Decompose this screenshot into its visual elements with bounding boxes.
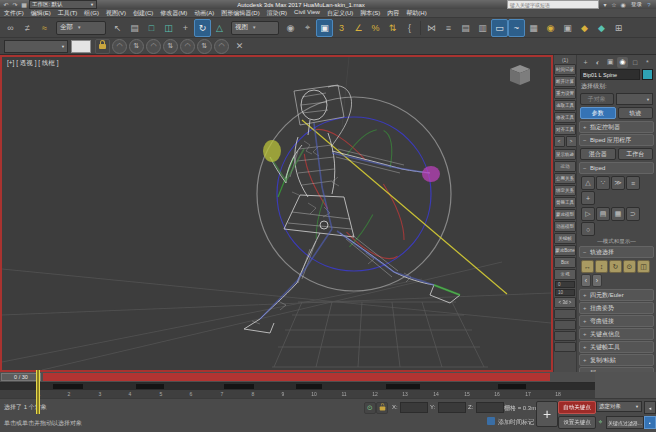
- lock-com-keying-icon[interactable]: ⊙: [623, 260, 636, 273]
- round-tool-5-icon[interactable]: ◠: [180, 39, 195, 54]
- snap-toggle-3d-icon[interactable]: 3: [333, 19, 350, 37]
- menu-item[interactable]: 自定义(U): [327, 9, 353, 18]
- x-coordinate-field[interactable]: [400, 402, 428, 413]
- figure-mode-icon[interactable]: △: [581, 176, 595, 190]
- select-opposite-icon[interactable]: ‹: [581, 274, 591, 287]
- time-slider-track[interactable]: [43, 373, 550, 381]
- sub-object-dropdown[interactable]: ▼: [616, 93, 654, 105]
- layer-manager-icon[interactable]: ▤: [457, 19, 474, 37]
- sign-in-link[interactable]: 登录: [631, 1, 642, 8]
- animation-key[interactable]: [296, 384, 322, 389]
- select-link-icon[interactable]: ∞: [2, 19, 19, 37]
- left-hand-highlight[interactable]: [263, 140, 281, 162]
- mixer-mode-icon[interactable]: ≡: [626, 176, 640, 190]
- named-sets-icon[interactable]: {: [401, 19, 418, 37]
- tab-create-icon[interactable]: +: [580, 57, 591, 68]
- undo-icon[interactable]: ↶: [2, 1, 10, 8]
- side-tool-button[interactable]: 显示轨迹: [554, 149, 576, 160]
- render-iterative-icon[interactable]: ⊞: [610, 19, 627, 37]
- side-tool-button[interactable]: 运动: [554, 161, 576, 172]
- save-file-icon[interactable]: ▦: [611, 207, 625, 221]
- bind-spacewarp-icon[interactable]: ≈: [36, 19, 53, 37]
- side-blank-button[interactable]: [554, 342, 576, 352]
- side-tool-button[interactable]: Box: [554, 257, 576, 268]
- biped-playback-icon[interactable]: ▷: [581, 207, 595, 221]
- rollout-collapsed[interactable]: + 扭曲姿势: [579, 302, 654, 314]
- menu-item[interactable]: 工具(T): [58, 9, 78, 18]
- side-blank-button[interactable]: [554, 320, 576, 330]
- side-tool-button[interactable]: 选取工具: [554, 100, 576, 111]
- menu-item[interactable]: 修改器(M): [160, 9, 187, 18]
- side-arrow-button[interactable]: <: [554, 136, 565, 147]
- body-horizontal-icon[interactable]: ↔: [581, 260, 594, 273]
- in-place-mode-icon[interactable]: ○: [581, 222, 595, 236]
- isolate-selection-toggle[interactable]: ⊙: [364, 402, 376, 414]
- rollout-collapsed[interactable]: + 关键帧工具: [579, 341, 654, 353]
- key-mode-dropdown[interactable]: 选定对象 ▼: [596, 401, 642, 412]
- side-tool-button[interactable]: 常规: [554, 269, 576, 280]
- menu-item[interactable]: 动画(A): [194, 9, 214, 18]
- rect-selection-region-icon[interactable]: □: [143, 19, 160, 37]
- help-icon[interactable]: ?: [645, 1, 653, 8]
- align-icon[interactable]: ≡: [440, 19, 457, 37]
- menu-item[interactable]: Civil View: [294, 9, 320, 18]
- side-tool-button[interactable]: 修改工具: [554, 112, 576, 123]
- animation-key[interactable]: [136, 384, 164, 389]
- previous-frame-button[interactable]: ◂: [644, 401, 656, 414]
- round-tool-7-icon[interactable]: ◠: [214, 39, 229, 54]
- menu-item[interactable]: 脚本(S): [360, 9, 380, 18]
- workbench-button[interactable]: 工作台: [618, 148, 654, 160]
- z-coordinate-field[interactable]: [476, 402, 504, 413]
- set-keys-button[interactable]: +: [536, 401, 558, 427]
- body-rotation-icon[interactable]: ↻: [609, 260, 622, 273]
- modes-display-separator[interactable]: —模式和显示—: [577, 238, 656, 245]
- select-rotate-icon[interactable]: ↻: [194, 19, 211, 37]
- animation-key[interactable]: [224, 384, 254, 389]
- render-setup-icon[interactable]: ▣: [559, 19, 576, 37]
- curve-editor-icon[interactable]: ~: [508, 19, 525, 37]
- side-mode-button[interactable]: < 3d >: [554, 297, 576, 308]
- schematic-view-icon[interactable]: ▦: [525, 19, 542, 37]
- viewport-label[interactable]: [+] [ 透视 ] [ 线框 ]: [7, 59, 58, 68]
- rollout-collapsed[interactable]: + 关键点信息: [579, 328, 654, 340]
- viewcube[interactable]: [510, 65, 530, 85]
- trajectories-button[interactable]: 轨迹: [618, 107, 654, 119]
- round-tool-6-icon[interactable]: ⇅: [197, 39, 212, 54]
- track-bar[interactable]: 123456789101112131415161718: [0, 382, 595, 399]
- right-hand-highlight[interactable]: [422, 166, 440, 182]
- animation-key[interactable]: [53, 384, 83, 389]
- unlink-selection-icon[interactable]: ≠: [19, 19, 36, 37]
- parameters-button[interactable]: 参数: [580, 107, 616, 119]
- select-opposite2-icon[interactable]: ›: [592, 274, 602, 287]
- symmetrical-icon[interactable]: ◫: [637, 260, 650, 273]
- round-tool-4-icon[interactable]: ⇅: [163, 39, 178, 54]
- mixer-button[interactable]: 混合器: [580, 148, 616, 160]
- convert-icon[interactable]: ⊃: [626, 207, 640, 221]
- selection-filter-dropdown[interactable]: 全部 ▼: [56, 21, 106, 35]
- rollout-collapsed[interactable]: + 弯曲链接: [579, 315, 654, 327]
- side-arrow-button[interactable]: >: [566, 136, 577, 147]
- keyboard-override-icon[interactable]: ▣: [316, 19, 333, 37]
- spinner-snap-icon[interactable]: ⇅: [384, 19, 401, 37]
- select-move-icon[interactable]: +: [177, 19, 194, 37]
- rendered-frame-icon[interactable]: ◆: [576, 19, 593, 37]
- rotate-gizmo[interactable]: [257, 97, 451, 291]
- move-all-mode-icon[interactable]: +: [581, 191, 595, 205]
- side-tool-button[interactable]: 重力设置: [554, 88, 576, 99]
- go-to-start-button[interactable]: ▪: [644, 416, 656, 429]
- side-tool-button[interactable]: 对齐工具: [554, 124, 576, 135]
- body-vertical-icon[interactable]: ↕: [595, 260, 608, 273]
- key-filters-button[interactable]: 关键点过滤器...: [606, 416, 644, 429]
- side-tool-button[interactable]: 蒙皮Bone: [554, 245, 576, 256]
- time-slider[interactable]: 0 / 30: [0, 372, 595, 382]
- selection-lock-toggle[interactable]: [95, 39, 110, 54]
- menu-item[interactable]: 帮助(H): [406, 9, 426, 18]
- menu-item[interactable]: 内容: [387, 9, 399, 18]
- animation-key[interactable]: [386, 384, 420, 389]
- rollout-assign-controller[interactable]: + 指定控制器: [579, 121, 654, 133]
- side-tool-button[interactable]: 动画模型: [554, 221, 576, 232]
- user-icon[interactable]: ◉: [619, 1, 627, 8]
- perspective-viewport[interactable]: [+] [ 透视 ] [ 线框 ]: [0, 55, 553, 372]
- auto-key-button[interactable]: 自动关键点: [558, 401, 596, 414]
- rollout-biped[interactable]: − Biped: [579, 162, 654, 174]
